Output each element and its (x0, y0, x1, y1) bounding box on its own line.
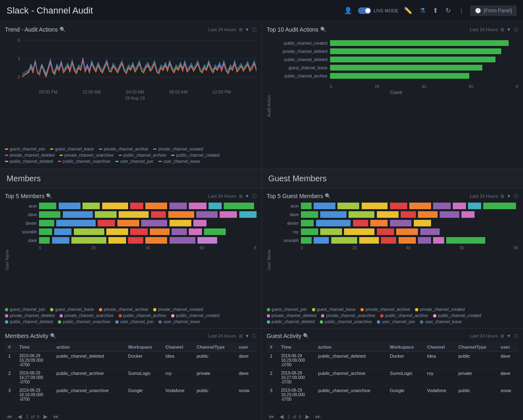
col-time: Time (16, 342, 53, 352)
members-activity-pagination: ⏮ ◀ 1 of 6 ▶ ⏭ (5, 410, 257, 420)
top5-members-header: Top 5 Members 🔍 Last 24 Hours ⊞ ▼ ⓘ (5, 193, 257, 199)
top10-panel-controls: Last 24 Hours ⊞ ▼ ⓘ (470, 27, 518, 33)
legend-item: public_channel_deleted (5, 159, 53, 164)
share-icon[interactable]: ⬆ (431, 5, 440, 16)
top10-panel: Top 10 Audit Actions 🔍 Last 24 Hours ⊞ ▼… (262, 21, 523, 169)
col-workspace: Workspace (387, 342, 424, 352)
top10-x-label: Count (274, 90, 518, 95)
live-mode-toggle[interactable]: LIVE MODE (358, 7, 398, 14)
bar-row: public_channel_created (274, 40, 518, 46)
guest-activity-filter-icon[interactable]: ▼ (507, 333, 511, 338)
members-title: Members (0, 169, 262, 189)
guest-last-page-btn[interactable]: ⏭ (314, 413, 322, 420)
guest-prev-page-btn[interactable]: ◀ (278, 413, 285, 420)
stacked-row: dexter (274, 220, 518, 226)
svg-text:04:00 AM: 04:00 AM (126, 90, 145, 94)
top5-guest-title: Top 5 Guest Members 🔍 (267, 193, 331, 199)
more-icon[interactable]: ⋮ (456, 5, 466, 16)
top10-chart: Audit Action public_channel_created priv… (267, 36, 518, 164)
top5-guest-panel: Top 5 Guest Members 🔍 Last 24 Hours ⊞ ▼ … (262, 189, 523, 328)
col-channeltype: ChannelType (455, 342, 498, 352)
guest-activity-pagination: ⏮ ◀ 1 of 6 ▶ ⏭ (267, 410, 518, 420)
col-channeltype: ChannelType (193, 342, 236, 352)
guest-members-section-header: Guest Members (262, 169, 523, 189)
stacked-row: roy (274, 228, 518, 235)
col-channel: Channel (424, 342, 455, 352)
top10-filter-icon[interactable]: ▼ (507, 27, 511, 32)
stacked-row: stark (12, 237, 257, 244)
filter-icon[interactable]: ⚗ (418, 5, 427, 16)
from-panel[interactable]: 🕐 [From Panel] (470, 6, 516, 16)
top5-table-icon[interactable]: ⊞ (239, 194, 243, 199)
top5-guest-chart: User Name arun (267, 203, 518, 305)
top5-bars-area: arun (12, 203, 257, 305)
top5-members-chart: User Name arun (5, 203, 257, 305)
trend-panel: Trend - Audit Actions 🔍 Last 24 Hours ⊞ … (0, 21, 262, 169)
top5-magnify-icon[interactable]: 🔍 (46, 193, 52, 199)
clock-icon: 🕐 (475, 8, 481, 14)
top5-guest-bars-area: arun (274, 203, 518, 305)
last-page-btn[interactable]: ⏭ (52, 413, 60, 420)
members-activity-filter-icon[interactable]: ▼ (245, 333, 250, 338)
header-controls: 👤 LIVE MODE ✏️ ⚗ ⬆ ↻ ⋮ 🕐 [From Panel] (342, 5, 516, 16)
guest-next-page-btn[interactable]: ▶ (304, 413, 311, 420)
col-workspace: Workspace (125, 342, 162, 352)
section-divider: Members Guest Members (0, 169, 523, 189)
members-activity-table-container: # Time action Workspace Channel ChannelT… (5, 342, 257, 410)
top10-magnify-icon[interactable]: 🔍 (320, 27, 326, 32)
guest-activity-table-container: # Time action Workspace Channel ChannelT… (267, 342, 518, 410)
table-row: 3 2019-08-29 16:25:09.000 -0700 public_c… (267, 386, 518, 404)
legend-item: public_channel_archive (119, 153, 167, 158)
toggle-switch[interactable] (358, 7, 371, 14)
refresh-icon[interactable]: ↻ (444, 5, 452, 16)
trend-table-icon[interactable]: ⊞ (239, 27, 243, 32)
trend-magnify-icon[interactable]: 🔍 (60, 27, 66, 32)
members-activity-table-icon[interactable]: ⊞ (239, 333, 243, 339)
from-panel-label: [From Panel] (484, 8, 512, 14)
top5-guest-filter-icon[interactable]: ▼ (507, 194, 511, 199)
top5-members-panel: Top 5 Members 🔍 Last 24 Hours ⊞ ▼ ⓘ User… (0, 189, 262, 328)
top-panels: Trend - Audit Actions 🔍 Last 24 Hours ⊞ … (0, 21, 523, 169)
page-title: Slack - Channel Audit (7, 5, 342, 16)
top10-panel-header: Top 10 Audit Actions 🔍 Last 24 Hours ⊞ ▼… (267, 26, 518, 33)
trend-panel-controls: Last 24 Hours ⊞ ▼ ⓘ (208, 27, 256, 33)
prev-page-btn[interactable]: ◀ (16, 413, 23, 420)
top5-members-title: Top 5 Members 🔍 (5, 193, 52, 199)
members-activity-info-icon: ⓘ (252, 333, 257, 339)
guest-first-page-btn[interactable]: ⏮ (267, 413, 275, 420)
header: Slack - Channel Audit 👤 LIVE MODE ✏️ ⚗ ⬆… (0, 0, 523, 21)
top5-guest-table-icon[interactable]: ⊞ (500, 194, 504, 199)
user-icon[interactable]: 👤 (342, 5, 354, 16)
guest-activity-magnify-icon[interactable]: 🔍 (303, 333, 309, 339)
top5-filter-icon[interactable]: ▼ (245, 194, 250, 199)
trend-filter-icon[interactable]: ▼ (245, 27, 250, 32)
members-activity-title: Members Activity 🔍 (5, 333, 56, 339)
svg-text:12:00 AM: 12:00 AM (83, 90, 101, 94)
members-activity-magnify-icon[interactable]: 🔍 (50, 333, 56, 339)
legend-item: user_channel_leave (158, 159, 200, 164)
table-row: 2 2019-08-29 16:27:09.000 -0700 public_c… (5, 369, 257, 386)
next-page-btn[interactable]: ▶ (42, 413, 49, 420)
top5-guest-x-axis: 0 20 40 60 80 (274, 246, 518, 250)
top5-guest-magnify-icon[interactable]: 🔍 (325, 193, 331, 199)
top10-table-icon[interactable]: ⊞ (500, 27, 504, 32)
trend-legend: guest_channel_join guest_channel_leave p… (5, 147, 257, 164)
edit-icon[interactable]: ✏️ (402, 5, 414, 16)
middle-panels: Top 5 Members 🔍 Last 24 Hours ⊞ ▼ ⓘ User… (0, 189, 523, 328)
top10-x-axis: 0 20 40 60 8 (274, 84, 518, 89)
top5-info-icon: ⓘ (252, 193, 257, 199)
members-activity-controls: Last 24 Hours ⊞ ▼ ⓘ (208, 333, 256, 339)
middle-section: Top 5 Members 🔍 Last 24 Hours ⊞ ▼ ⓘ User… (0, 189, 523, 329)
trend-panel-title: Trend - Audit Actions 🔍 (5, 26, 66, 33)
legend-item: private_channel_created (153, 147, 203, 151)
legend-item: guest_channel_join (5, 147, 45, 151)
legend-item: private_channel_deleted (5, 153, 55, 158)
first-page-btn[interactable]: ⏮ (5, 413, 14, 420)
legend-item: public_channel_created (171, 153, 220, 158)
members-activity-panel: Members Activity 🔍 Last 24 Hours ⊞ ▼ ⓘ #… (0, 329, 262, 420)
guest-activity-table-icon[interactable]: ⊞ (500, 333, 504, 339)
bar-row: guest_channel_leave (274, 65, 518, 71)
svg-text:08:00 AM: 08:00 AM (169, 90, 188, 94)
top5-guest-header: Top 5 Guest Members 🔍 Last 24 Hours ⊞ ▼ … (267, 193, 518, 199)
bottom-panels: Members Activity 🔍 Last 24 Hours ⊞ ▼ ⓘ #… (0, 329, 523, 420)
